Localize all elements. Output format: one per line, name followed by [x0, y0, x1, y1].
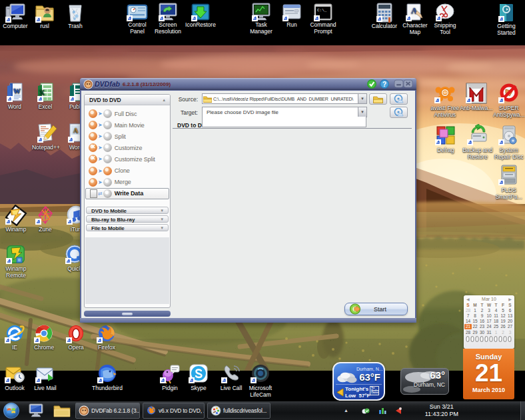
svg-text:X: X — [39, 88, 45, 96]
svg-text:?: ? — [382, 81, 386, 88]
svg-text:A: A — [73, 127, 79, 134]
svg-text:C:\_: C:\_ — [317, 8, 327, 13]
svg-text:W: W — [13, 87, 21, 95]
